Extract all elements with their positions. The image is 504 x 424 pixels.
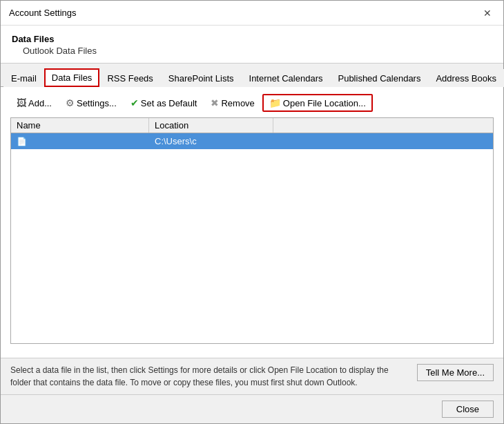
- list-header: Name Location: [11, 118, 493, 133]
- settings-button[interactable]: ⚙ Settings...: [59, 95, 123, 111]
- tell-me-more-button[interactable]: Tell Me More...: [417, 364, 494, 381]
- open-file-location-button[interactable]: 📁 Open File Location...: [262, 94, 373, 112]
- header-section: Data Files Outlook Data Files: [1, 26, 503, 64]
- set-default-button[interactable]: ✔ Set as Default: [124, 95, 204, 111]
- close-button[interactable]: Close: [442, 401, 494, 418]
- tab-address-books[interactable]: Address Books: [428, 69, 503, 87]
- bottom-bar: Close: [1, 394, 503, 423]
- toolbar: 🖼 Add... ⚙ Settings... ✔ Set as Default …: [10, 94, 494, 112]
- add-icon: 🖼: [17, 97, 26, 108]
- section-title: Data Files: [12, 34, 492, 44]
- remove-button[interactable]: ✖ Remove: [204, 95, 260, 111]
- settings-icon: ⚙: [66, 97, 75, 108]
- tabs-bar: E-mail Data Files RSS Feeds SharePoint L…: [1, 64, 503, 87]
- title-close-button[interactable]: ✕: [480, 6, 495, 21]
- add-button[interactable]: 🖼 Add...: [10, 95, 58, 111]
- account-settings-dialog: Account Settings ✕ Data Files Outlook Da…: [0, 0, 504, 424]
- remove-icon: ✖: [211, 97, 219, 108]
- tab-rss-feeds[interactable]: RSS Feeds: [99, 69, 160, 87]
- tab-internet-calendars[interactable]: Internet Calendars: [242, 69, 331, 87]
- tab-sharepoint-lists[interactable]: SharePoint Lists: [161, 69, 242, 87]
- table-row[interactable]: 📄 C:\Users\c: [11, 133, 493, 149]
- content-area: 🖼 Add... ⚙ Settings... ✔ Set as Default …: [1, 87, 503, 358]
- name-column-header: Name: [11, 118, 149, 133]
- footer-section: Select a data file in the list, then cli…: [1, 358, 503, 394]
- folder-icon: 📁: [269, 97, 281, 108]
- section-subtitle: Outlook Data Files: [12, 46, 492, 56]
- file-icon: 📄: [17, 137, 27, 146]
- title-bar: Account Settings ✕: [1, 1, 503, 26]
- dialog-title: Account Settings: [9, 8, 77, 18]
- file-location-cell: C:\Users\c: [149, 133, 493, 149]
- file-name-cell: 📄: [11, 133, 149, 149]
- tab-published-calendars[interactable]: Published Calendars: [330, 69, 428, 87]
- tab-email[interactable]: E-mail: [3, 69, 44, 87]
- check-icon: ✔: [130, 97, 139, 108]
- location-column-header: Location: [149, 118, 273, 133]
- footer-text: Select a data file in the list, then cli…: [10, 364, 410, 389]
- data-files-list[interactable]: Name Location 📄 C:\Users\c: [10, 117, 494, 344]
- tab-data-files[interactable]: Data Files: [44, 68, 100, 87]
